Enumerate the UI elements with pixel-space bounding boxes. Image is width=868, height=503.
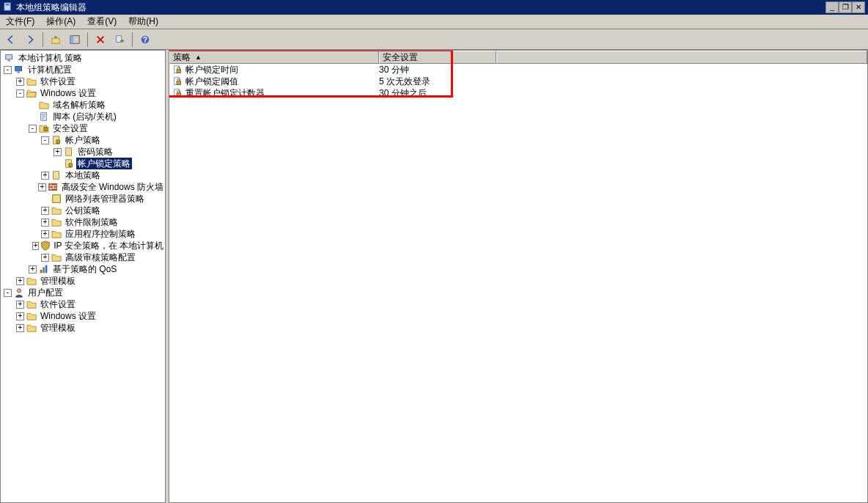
- svg-rect-2: [52, 38, 60, 43]
- expand-icon[interactable]: +: [41, 172, 49, 180]
- expand-icon[interactable]: +: [16, 312, 24, 320]
- tree-software-settings[interactable]: + 软件设置: [1, 76, 165, 87]
- toolbar-sep: [132, 32, 133, 47]
- expand-icon[interactable]: +: [16, 324, 24, 332]
- expand-icon[interactable]: +: [38, 183, 45, 191]
- tree-qos[interactable]: + 基于策略的 QoS: [1, 263, 165, 275]
- tree-password-policy[interactable]: + 密码策略: [1, 146, 165, 158]
- collapse-icon[interactable]: -: [4, 66, 12, 74]
- tree-label: 公钥策略: [64, 205, 102, 216]
- tree-label: 帐户策略: [64, 134, 102, 146]
- tree-u-admin[interactable]: + 管理模板: [1, 322, 165, 334]
- forward-button[interactable]: [22, 32, 38, 48]
- expand-icon[interactable]: +: [41, 207, 49, 215]
- menu-action[interactable]: 操作(A): [40, 14, 81, 29]
- expand-icon[interactable]: +: [41, 230, 49, 238]
- tree-root[interactable]: 本地计算机 策略: [1, 52, 165, 64]
- expand-icon[interactable]: +: [16, 277, 24, 285]
- menu-file[interactable]: 文件(F): [0, 14, 40, 29]
- svg-rect-31: [177, 93, 180, 96]
- policy-name: 帐户锁定阈值: [185, 76, 238, 88]
- export-button[interactable]: [111, 32, 128, 48]
- tree-label: 基于策略的 QoS: [51, 263, 118, 275]
- tree-lockout-policy[interactable]: 帐户锁定策略: [1, 158, 165, 169]
- tree-scripts[interactable]: 脚本 (启动/关机): [1, 111, 165, 122]
- computer-icon: [13, 64, 25, 76]
- firewall-icon: [48, 181, 59, 193]
- policy-setting: 30 分钟: [379, 64, 489, 76]
- collapse-icon[interactable]: -: [29, 125, 37, 133]
- tree-srp[interactable]: + 软件限制策略: [1, 216, 165, 228]
- tree-account-policy[interactable]: - 帐户策略: [1, 134, 165, 146]
- expand-icon[interactable]: +: [41, 254, 49, 262]
- tree-pk-policy[interactable]: + 公钥策略: [1, 205, 165, 216]
- folder-icon: [51, 216, 62, 228]
- menu-view[interactable]: 查看(V): [81, 14, 122, 29]
- folder-icon: [51, 228, 62, 240]
- maximize-button[interactable]: ❐: [839, 1, 852, 13]
- policy-item-icon: [172, 76, 183, 87]
- tree-windows-settings[interactable]: - Windows 设置: [1, 87, 165, 99]
- user-icon: [13, 287, 25, 298]
- tree-label: 密码策略: [76, 146, 114, 158]
- expand-icon[interactable]: +: [16, 78, 24, 86]
- policy-setting: 30 分钟之后: [379, 87, 489, 100]
- tree-local-policies[interactable]: + 本地策略: [1, 169, 165, 181]
- folder-icon: [26, 322, 37, 334]
- expand-icon[interactable]: +: [32, 242, 39, 250]
- collapse-icon[interactable]: -: [4, 289, 12, 297]
- svg-rect-16: [66, 148, 72, 156]
- policy-icon: [63, 158, 75, 169]
- tree-label: 应用程序控制策略: [64, 228, 137, 240]
- svg-rect-20: [49, 184, 57, 191]
- main-area: 本地计算机 策略 - 计算机配置 + 软件设置 - Windows 设置 域名: [0, 50, 868, 503]
- tree-label-selected: 帐户锁定策略: [76, 158, 132, 169]
- folder-icon: [26, 275, 37, 287]
- up-button[interactable]: [48, 32, 64, 48]
- back-button[interactable]: [3, 32, 19, 48]
- collapse-icon[interactable]: -: [41, 136, 49, 144]
- list-item[interactable]: 帐户锁定时间30 分钟: [169, 64, 867, 76]
- collapse-icon[interactable]: -: [16, 89, 24, 98]
- menu-help[interactable]: 帮助(H): [122, 14, 164, 29]
- tree-acp[interactable]: + 应用程序控制策略: [1, 228, 165, 240]
- expand-icon[interactable]: +: [41, 219, 49, 227]
- tree-label: 网络列表管理器策略: [64, 193, 146, 205]
- expand-icon[interactable]: +: [29, 265, 37, 273]
- minimize-button[interactable]: _: [825, 1, 839, 13]
- list-header: 策略 ▲ 安全设置: [169, 51, 867, 64]
- col-policy[interactable]: 策略 ▲: [169, 51, 379, 64]
- tree-label: 计算机配置: [26, 64, 73, 76]
- policy-icon: [63, 146, 75, 158]
- toolbar-sep: [43, 32, 43, 47]
- expand-icon[interactable]: +: [54, 148, 62, 156]
- tree-security-settings[interactable]: - 安全设置: [1, 122, 165, 134]
- expand-icon[interactable]: +: [16, 301, 24, 309]
- tree-nlm-policy[interactable]: 网络列表管理器策略: [1, 193, 165, 205]
- tree-admin-templates[interactable]: + 管理模板: [1, 275, 165, 287]
- window-title: 本地组策略编辑器: [16, 1, 825, 14]
- policy-name: 重置帐户锁定计数器: [185, 87, 265, 100]
- close-button[interactable]: ✕: [852, 1, 865, 13]
- tree-label: 软件设置: [39, 298, 77, 310]
- svg-rect-1: [6, 4, 10, 5]
- tree-computer-config[interactable]: - 计算机配置: [1, 64, 165, 76]
- tree-label: 高级安全 Windows 防火墙: [60, 181, 165, 193]
- tree-label: 用户配置: [26, 287, 65, 298]
- col-setting[interactable]: 安全设置: [379, 51, 496, 64]
- tree-dns-policy[interactable]: 域名解析策略: [1, 99, 165, 111]
- tree-u-software[interactable]: + 软件设置: [1, 298, 165, 310]
- tree-firewall[interactable]: + 高级安全 Windows 防火墙: [1, 181, 165, 193]
- list-item[interactable]: 帐户锁定阈值5 次无效登录: [169, 76, 867, 87]
- tree-label: 安全设置: [51, 122, 89, 134]
- help-button[interactable]: ?: [137, 32, 153, 48]
- tree-aap[interactable]: + 高级审核策略配置: [1, 252, 165, 263]
- tree-ipsec[interactable]: + IP 安全策略，在 本地计算机: [1, 240, 165, 252]
- tree-u-windows[interactable]: + Windows 设置: [1, 310, 165, 322]
- show-pane-button[interactable]: [67, 32, 83, 48]
- svg-rect-13: [44, 128, 47, 131]
- delete-button[interactable]: [92, 32, 108, 48]
- list-item[interactable]: 重置帐户锁定计数器30 分钟之后: [169, 87, 867, 99]
- tree-user-config[interactable]: - 用户配置: [1, 287, 165, 298]
- tree-label: IP 安全策略，在 本地计算机: [52, 240, 165, 252]
